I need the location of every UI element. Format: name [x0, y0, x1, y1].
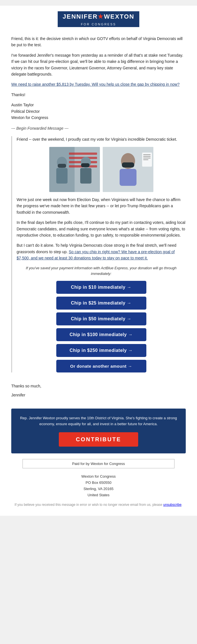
logo-text-part1: JENNIFER	[63, 13, 98, 20]
svg-rect-9	[80, 168, 91, 184]
unsubscribe-link[interactable]: unsubscribe	[163, 503, 182, 507]
thanks-text: Thanks so much,	[11, 384, 186, 388]
email-container: JENNIFER★WEXTON FOR CONGRESS Friend, thi…	[0, 6, 197, 516]
svg-rect-14	[120, 169, 136, 186]
forwarded-divider: --- Begin Forwarded Message ---	[11, 125, 186, 131]
fwd-para4: But I can't do it alone. To help Virgini…	[17, 242, 186, 261]
address-line2: PO Box 650550	[0, 480, 197, 486]
address-line1: Wexton for Congress	[0, 473, 197, 480]
address-line3: Sterling, VA 20165	[0, 486, 197, 492]
svg-rect-17	[143, 154, 151, 155]
email-header: JENNIFER★WEXTON FOR CONGRESS	[0, 6, 197, 30]
logo-main: JENNIFER★WEXTON	[58, 11, 140, 22]
footer-description: Rep. Jennifer Wexton proudly serves the …	[20, 415, 177, 427]
photo-right	[103, 147, 153, 192]
sig-org: Wexton for Congress	[11, 114, 186, 121]
donate-btn-10[interactable]: Chip in $10 immediately →	[56, 281, 146, 294]
fwd-para1: Friend -- over the weekend, I proudly ca…	[17, 136, 186, 142]
donate-btn-50[interactable]: Chip in $50 immediately →	[56, 312, 146, 325]
sig-title: Political Director	[11, 108, 186, 114]
svg-rect-11	[81, 163, 89, 167]
svg-rect-19	[143, 158, 151, 158]
logo: JENNIFER★WEXTON FOR CONGRESS	[58, 11, 140, 27]
footer-blue-box: Rep. Jennifer Wexton proudly serves the …	[11, 409, 186, 453]
unsubscribe-note: If you believe you received this message…	[11, 502, 186, 507]
svg-rect-20	[143, 159, 148, 160]
paid-for-box: Paid for by Wexton for Congress	[23, 459, 174, 468]
svg-rect-4	[69, 153, 97, 155]
photo-left	[49, 147, 100, 192]
forwarded-message: Friend -- over the weekend, I proudly ca…	[11, 136, 186, 373]
svg-rect-18	[143, 156, 151, 157]
contribute-button[interactable]: CONTRIBUTE	[59, 432, 138, 447]
signature-block: Austin Taylor Political Director Wexton …	[11, 102, 186, 121]
photo-row	[17, 147, 186, 192]
donation-buttons: Chip in $10 immediately → Chip in $25 im…	[17, 281, 186, 372]
cta-link-para: We need to raise another $5,813 by Tuesd…	[11, 81, 186, 87]
logo-star: ★	[98, 13, 104, 20]
donate-btn-25[interactable]: Chip in $25 immediately →	[56, 297, 146, 310]
unsubscribe-text: If you believe you received this message…	[15, 503, 182, 507]
sig-name: Austin Taylor	[11, 102, 186, 108]
svg-rect-15	[122, 162, 134, 167]
svg-rect-10	[58, 164, 66, 168]
jennifer-name: Jennifer	[11, 393, 186, 397]
body-paragraph-2: I've forwarded Jennifer's message from y…	[11, 52, 186, 78]
main-cta-link[interactable]: We need to raise another $5,813 by Tuesd…	[11, 82, 180, 87]
logo-sub: FOR CONGRESS	[58, 22, 140, 27]
address-line4: United States	[0, 492, 197, 498]
donate-btn-other[interactable]: Or donate another amount →	[56, 360, 146, 372]
intro-paragraph: Friend, this is it: the decisive stretch…	[11, 36, 186, 48]
fwd-para3: In the final days before the polls close…	[17, 219, 186, 238]
donate-btn-250[interactable]: Chip in $250 immediately →	[56, 344, 146, 357]
thanks-section: Thanks so much, Jennifer	[0, 381, 197, 400]
paid-for-text: Paid for by Wexton for Congress	[72, 462, 125, 466]
fwd-para2: We're just one week out now from Electio…	[17, 197, 186, 215]
email-body: Friend, this is it: the decisive stretch…	[0, 30, 197, 381]
thanks-para: Thanks!	[11, 92, 186, 98]
actblue-note: If you've saved your payment information…	[17, 265, 186, 277]
svg-rect-3	[56, 168, 68, 184]
logo-text-part2: WEXTON	[104, 13, 134, 20]
donate-btn-100[interactable]: Chip in $100 immediately →	[56, 328, 146, 341]
address-section: Wexton for Congress PO Box 650550 Sterli…	[0, 473, 197, 498]
